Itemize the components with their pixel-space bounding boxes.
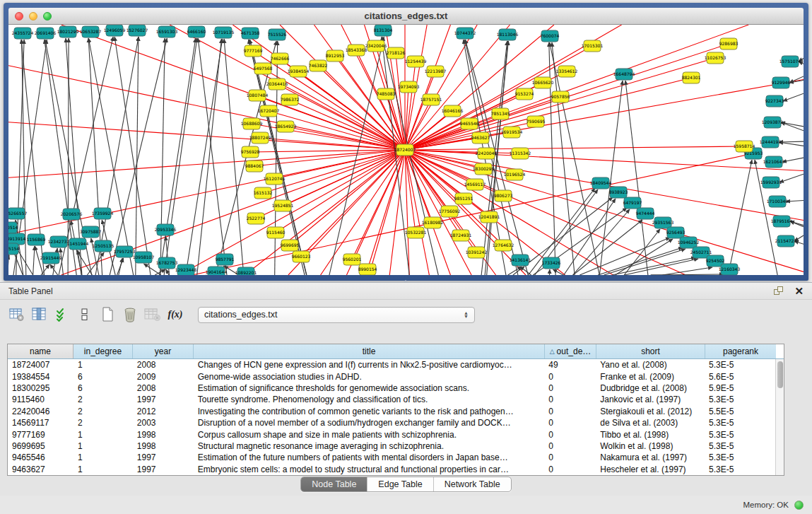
graph-node[interactable]: 2522774 <box>247 213 266 224</box>
graph-node[interactable]: 9806273 <box>494 190 513 201</box>
column-header-out-degree[interactable]: △out_de… <box>545 344 596 358</box>
graph-node[interactable]: 9153274 <box>515 88 534 100</box>
graph-node[interactable]: 12041891 <box>478 211 500 223</box>
graph-node[interactable]: 19524851 <box>272 200 294 211</box>
graph-node[interactable]: 19734093 <box>398 81 420 93</box>
table-row[interactable]: 911546021997Tourette syndrome. Phenomeno… <box>8 394 775 405</box>
graph-node[interactable]: 15958714 <box>734 141 755 152</box>
row-height-icon[interactable] <box>75 305 95 325</box>
graph-node[interactable]: 8131304 <box>374 25 393 36</box>
graph-node[interactable]: 17015301 <box>582 40 604 52</box>
graph-node[interactable]: 16720407 <box>258 105 280 117</box>
graph-node[interactable]: 17359924 <box>92 208 114 219</box>
graph-node[interactable]: 18409544 <box>590 177 612 189</box>
network-view-window[interactable]: citations_edges.txt 24355724206914061802… <box>4 3 808 281</box>
graph-node[interactable]: 18113046 <box>497 29 519 40</box>
graph-node[interactable]: 12213987 <box>425 66 447 77</box>
graph-node[interactable]: 3850514 <box>8 222 18 233</box>
graph-node[interactable]: 9465546 <box>460 118 479 129</box>
graph-node[interactable]: 18795164 <box>771 216 793 227</box>
graph-node[interactable]: 2718126 <box>387 47 406 59</box>
graph-node[interactable]: 20364416 <box>266 78 288 90</box>
graph-node[interactable]: 10391242 <box>466 247 488 258</box>
graph-node[interactable]: 8990154 <box>358 264 377 275</box>
graph-node[interactable]: 17100340 <box>767 196 789 207</box>
graph-node[interactable]: 7590695 <box>526 116 546 127</box>
graph-node[interactable]: 19384554 <box>288 66 310 77</box>
graph-node[interactable]: 1615132 <box>254 187 273 199</box>
table-row[interactable]: 1872400712008Changes of HCN gene express… <box>8 359 775 370</box>
graph-node[interactable]: 9851251 <box>454 193 473 204</box>
graph-node[interactable]: 12496059 <box>104 25 126 36</box>
table-row[interactable]: 946362711997Embryonic stem cells: a mode… <box>8 464 775 475</box>
graph-node[interactable]: 16180982 <box>422 217 444 228</box>
select-columns-icon[interactable] <box>52 305 72 325</box>
graph-node[interactable]: 16046166 <box>442 105 464 117</box>
graph-node[interactable]: 12444193 <box>760 136 782 148</box>
graph-node[interactable]: 14136141 <box>510 255 531 266</box>
table-selector-dropdown[interactable]: citations_edges.txt ▲▼ <box>198 307 475 323</box>
delete-table-icon[interactable] <box>143 305 163 325</box>
table-row[interactable]: 1938455462009Genome-wide association stu… <box>8 370 775 382</box>
table-row[interactable]: 946554611997Estimation of the future num… <box>8 452 775 463</box>
graph-node[interactable]: 9057856 <box>551 91 570 103</box>
window-titlebar[interactable]: citations_edges.txt <box>8 8 804 25</box>
graph-node[interactable]: 8938923 <box>609 187 628 198</box>
delete-icon[interactable] <box>120 305 140 325</box>
graph-node[interactable]: 16120746 <box>264 173 286 185</box>
tab-node-table[interactable]: Node Table <box>301 477 367 491</box>
table-row[interactable]: 2242004622012Investigating the contribut… <box>8 406 775 417</box>
graph-node[interactable]: 18021299 <box>57 26 79 37</box>
graph-node[interactable]: 12764632 <box>493 240 514 251</box>
graph-node[interactable]: 9286983 <box>719 38 739 49</box>
graph-node[interactable]: 7463822 <box>309 60 328 71</box>
graph-node[interactable]: 11451944 <box>67 238 89 250</box>
graph-node[interactable]: 20953346 <box>155 224 177 235</box>
graph-node[interactable]: 4671358 <box>241 28 260 39</box>
graph-node[interactable]: 12923448 <box>175 264 197 275</box>
graph-node[interactable]: 9474444 <box>636 208 655 219</box>
graph-node[interactable]: 9699695 <box>281 240 300 251</box>
graph-node[interactable]: 18757151 <box>420 94 442 105</box>
graph-node[interactable]: 11315342 <box>510 148 531 159</box>
graph-node[interactable]: 15992931 <box>760 177 782 188</box>
column-header-title[interactable]: title <box>194 344 545 358</box>
graph-node[interactable]: 1156869 <box>27 234 46 245</box>
citation-network-graph[interactable]: 2435572420691406180212991065328712496059… <box>8 25 804 275</box>
graph-node[interactable]: 10892201 <box>235 267 257 275</box>
table-row[interactable]: 1456911722003Disruption of a novel membe… <box>8 417 775 428</box>
table-row[interactable]: 977716911998Corpus callosum shape and si… <box>8 428 775 440</box>
column-header-short[interactable]: short <box>596 344 705 358</box>
graph-node[interactable]: 12505135 <box>93 240 114 252</box>
graph-node[interactable]: 10665620 <box>532 77 554 88</box>
graph-node[interactable]: 15751074 <box>779 56 801 67</box>
graph-node[interactable]: 12160343 <box>719 264 741 275</box>
graph-node[interactable]: 6479197 <box>623 197 642 209</box>
graph-node[interactable]: 10744372 <box>454 28 476 39</box>
column-header-pagerank[interactable]: pagerank <box>705 344 776 358</box>
graph-node[interactable]: 18724931 <box>450 230 472 241</box>
graph-node[interactable]: 10196524 <box>504 169 526 180</box>
graph-node[interactable]: 15276027 <box>126 25 148 36</box>
graph-node[interactable]: 20206576 <box>61 209 83 220</box>
memory-status-indicator[interactable] <box>794 501 804 510</box>
table-settings-icon[interactable] <box>7 305 27 325</box>
graph-node[interactable]: 7485083 <box>377 88 396 100</box>
graph-node[interactable]: 7851345 <box>491 108 510 119</box>
graph-node[interactable]: 10719135 <box>213 27 235 38</box>
graph-node[interactable]: 9560201 <box>343 254 362 265</box>
graph-node[interactable]: 8912953 <box>326 50 345 62</box>
column-header-name[interactable]: name <box>8 344 73 358</box>
graph-node[interactable]: 1733426 <box>542 257 561 269</box>
graph-node[interactable]: 18807249 <box>249 132 271 144</box>
graph-node[interactable]: 20691406 <box>35 28 57 39</box>
graph-node[interactable]: 8824301 <box>682 72 701 83</box>
close-panel-icon[interactable]: ✕ <box>794 286 804 296</box>
graph-node[interactable]: 9115460 <box>266 227 286 238</box>
show-column-icon[interactable] <box>30 305 49 325</box>
graph-node[interactable]: 9129946 <box>772 77 791 88</box>
graph-node[interactable]: 9777169 <box>244 45 263 57</box>
graph-node[interactable]: 5905154 <box>8 243 20 255</box>
graph-node[interactable]: 11026753 <box>705 52 726 64</box>
graph-node[interactable]: 21915449 <box>40 252 62 264</box>
